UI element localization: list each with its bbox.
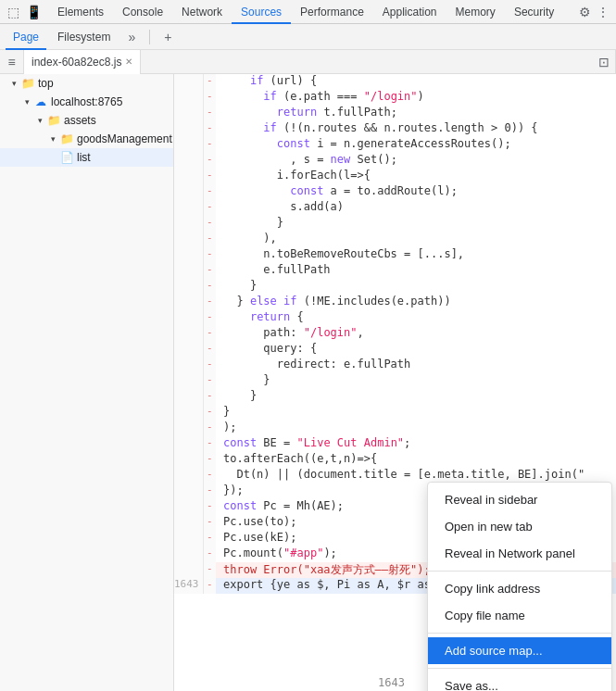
code-line-13: - }	[174, 279, 616, 295]
line-mark-21: -	[203, 405, 216, 421]
line-code-10: ),	[216, 232, 616, 247]
line-gutter-27	[174, 499, 203, 515]
line-mark-16: -	[203, 326, 216, 342]
line-gutter-24	[174, 452, 203, 468]
line-code-8: s.add(a)	[216, 200, 616, 216]
file-tab-close[interactable]: ✕	[125, 57, 132, 67]
code-line-14: - } else if (!ME.includes(e.path))	[174, 295, 616, 310]
code-line-6: - i.forEach(l=>{	[174, 169, 616, 184]
line-gutter-17	[174, 342, 203, 358]
line-gutter-2	[174, 106, 203, 121]
tree-item-goodsmanagement[interactable]: ▾ 📁 goodsManagement	[0, 130, 173, 148]
context-menu: Reveal in sidebarOpen in new tabReveal i…	[427, 482, 612, 691]
code-line-1: - if (e.path === "/login")	[174, 90, 616, 106]
line-gutter-28	[174, 515, 203, 531]
settings-icon[interactable]: ⚙	[575, 3, 594, 21]
inspect-icon[interactable]: ⬚	[4, 3, 22, 21]
tree-item-list[interactable]: 📄 list	[0, 148, 173, 167]
line-code-20: }	[216, 389, 616, 405]
tree-item-localhost[interactable]: ▾ ☁ localhost:8765	[0, 93, 173, 111]
line-gutter-26	[174, 484, 203, 499]
tab-elements[interactable]: Elements	[48, 0, 113, 24]
tree-item-top[interactable]: ▾ 📁 top	[0, 74, 173, 93]
file-tab-active[interactable]: index-60a82ec8.js ✕	[24, 50, 141, 74]
device-icon[interactable]: 📱	[24, 3, 43, 21]
line-gutter-3	[174, 121, 203, 137]
code-line-23: -const BE = "Live Cut Admin";	[174, 436, 616, 452]
line-mark-4: -	[203, 137, 216, 153]
line-mark-12: -	[203, 263, 216, 279]
menu-item-reveal-in-sidebar[interactable]: Reveal in sidebar	[428, 486, 611, 513]
chevron-open-icon: ▾	[7, 77, 20, 90]
menu-item-reveal-in-network-panel[interactable]: Reveal in Network panel	[428, 540, 611, 567]
tab-network[interactable]: Network	[172, 0, 232, 24]
line-mark-23: -	[203, 436, 216, 452]
code-line-15: - return {	[174, 310, 616, 326]
cloud-icon: ☁	[33, 94, 48, 109]
line-gutter-0	[174, 74, 203, 90]
code-line-9: - }	[174, 216, 616, 232]
tab-security[interactable]: Security	[505, 0, 563, 24]
tree-label-goodsmanagement: goodsManagement	[77, 132, 172, 145]
code-line-12: - e.fullPath	[174, 263, 616, 279]
file-tab-bar: ≡ index-60a82ec8.js ✕ ⊡	[0, 50, 616, 74]
line-code-24: to.afterEach((e,t,n)=>{	[216, 452, 616, 468]
menu-item-open-in-new-tab[interactable]: Open in new tab	[428, 513, 611, 540]
line-gutter-16	[174, 326, 203, 342]
code-line-8: - s.add(a)	[174, 200, 616, 216]
line-code-0: if (url) {	[216, 74, 616, 90]
devtools-nav: ⬚ 📱 Elements Console Network Sources Per…	[0, 0, 616, 24]
line-mark-22: -	[203, 421, 216, 436]
code-line-20: - }	[174, 389, 616, 405]
tab-memory[interactable]: Memory	[446, 0, 505, 24]
code-editor[interactable]: - if (url) {- if (e.path === "/login")- …	[174, 74, 616, 691]
line-gutter-9	[174, 216, 203, 232]
file-tree-sidebar: ▾ 📁 top ▾ ☁ localhost:8765 ▾ 📁 assets ▾ …	[0, 74, 174, 691]
line-mark-19: -	[203, 373, 216, 389]
line-mark-32: -	[203, 578, 216, 594]
menu-divider	[428, 633, 611, 634]
subtab-filesystem[interactable]: Filesystem	[50, 24, 118, 50]
file-tab-name: index-60a82ec8.js	[31, 56, 121, 69]
code-line-24: -to.afterEach((e,t,n)=>{	[174, 452, 616, 468]
chevron-open-icon2: ▾	[20, 95, 33, 108]
line-mark-31: -	[203, 562, 216, 578]
tab-sources[interactable]: Sources	[232, 0, 291, 24]
line-gutter-29	[174, 531, 203, 547]
tab-performance[interactable]: Performance	[291, 0, 373, 24]
code-line-2: - return t.fullPath;	[174, 106, 616, 121]
line-code-6: i.forEach(l=>{	[216, 169, 616, 184]
code-line-4: - const i = n.generateAccessRoutes();	[174, 137, 616, 153]
line-code-13: }	[216, 279, 616, 295]
menu-divider	[428, 668, 611, 669]
more-icon[interactable]: ⋮	[594, 3, 612, 21]
line-mark-18: -	[203, 358, 216, 373]
split-editor-icon[interactable]: ⊡	[592, 50, 616, 74]
menu-item-add-source-map[interactable]: Add source map...	[428, 637, 611, 664]
line-mark-7: -	[203, 184, 216, 200]
more-sources-icon[interactable]: »	[121, 27, 142, 47]
tree-label-assets: assets	[64, 114, 96, 127]
code-line-11: - n.toBeRemoveRouteCbs = [...s],	[174, 247, 616, 263]
menu-item-copy-file-name[interactable]: Copy file name	[428, 602, 611, 629]
tree-item-assets[interactable]: ▾ 📁 assets	[0, 111, 173, 130]
menu-item-copy-link-address[interactable]: Copy link address	[428, 575, 611, 602]
line-mark-28: -	[203, 515, 216, 531]
code-line-7: - const a = to.addRoute(l);	[174, 184, 616, 200]
new-snippet-icon[interactable]: +	[157, 27, 178, 47]
line-gutter-23	[174, 436, 203, 452]
code-line-18: - redirect: e.fullPath	[174, 358, 616, 373]
line-code-1: if (e.path === "/login")	[216, 90, 616, 106]
line-code-21: }	[216, 405, 616, 421]
file-icon: 📄	[59, 150, 74, 165]
tab-application[interactable]: Application	[373, 0, 446, 24]
menu-item-save-as[interactable]: Save as...	[428, 672, 611, 691]
line-mark-3: -	[203, 121, 216, 137]
subtab-page[interactable]: Page	[6, 24, 46, 50]
tab-console[interactable]: Console	[113, 0, 172, 24]
line-gutter-18	[174, 358, 203, 373]
file-tab-overflow[interactable]: ≡	[0, 50, 24, 74]
line-gutter-13	[174, 279, 203, 295]
line-code-23: const BE = "Live Cut Admin";	[216, 436, 616, 452]
line-code-4: const i = n.generateAccessRoutes();	[216, 137, 616, 153]
